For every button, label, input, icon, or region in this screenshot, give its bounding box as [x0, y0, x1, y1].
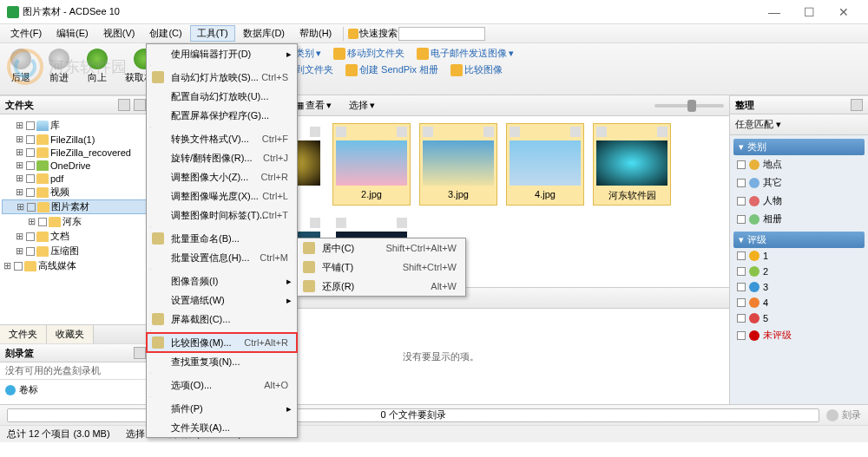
compare-link[interactable]: 比较图像 — [450, 63, 503, 76]
menu-item[interactable]: 使用编辑器打开(D)▸ — [147, 44, 297, 63]
rating-item[interactable]: 1 — [733, 248, 865, 264]
tree-node[interactable]: ⊞压缩图 — [2, 244, 149, 258]
tools-menu: 使用编辑器打开(D)▸自动幻灯片放映(S)...Ctrl+S配置自动幻灯放映(U… — [146, 43, 298, 438]
volume-icon — [5, 385, 16, 395]
rating-item[interactable]: 5 — [733, 310, 865, 326]
match-dropdown[interactable]: 任意匹配 ▾ — [735, 118, 781, 131]
folder-tree[interactable]: ⊞库⊞FileZilla(1)⊞FileZilla_recovered⊞OneD… — [0, 114, 151, 324]
sendpix-link[interactable]: 创建 SendPix 相册 — [345, 63, 438, 76]
tab-folders[interactable]: 文件夹 — [0, 325, 47, 343]
left-panel: 文件夹 ⊞库⊞FileZilla(1)⊞FileZilla_recovered⊞… — [0, 95, 152, 404]
menu-view[interactable]: 视图(V) — [96, 25, 142, 42]
burn-title: 刻录篮 — [5, 347, 34, 360]
tree-node[interactable]: ⊞高线媒体 — [2, 258, 149, 273]
burn-status-bar: 0 个文件要刻录 — [7, 408, 819, 422]
menu-item[interactable]: 还原(R)Alt+W — [298, 277, 465, 296]
rating-unrated[interactable]: 未评级 — [733, 326, 865, 344]
menu-item[interactable]: 插件(P)▸ — [147, 399, 297, 418]
tab-favorites[interactable]: 收藏夹 — [47, 325, 94, 343]
menubar-separator — [343, 27, 344, 41]
menu-item[interactable]: 文件关联(A)... — [147, 418, 297, 437]
menu-item[interactable]: 屏幕截图(C)... — [147, 310, 297, 329]
tree-node[interactable]: ⊞图片素材 — [2, 199, 149, 214]
menu-item[interactable]: 比较图像(M)...Ctrl+Alt+R — [147, 333, 297, 352]
menu-item[interactable]: 查找重复项(N)... — [147, 352, 297, 371]
titlebar: 图片素材 - ACDSee 10 — ☐ ✕ — [0, 0, 868, 24]
category-item[interactable]: 其它 — [733, 173, 865, 192]
thumbnail[interactable]: 2.jpg — [332, 123, 411, 206]
burn-volume-item[interactable]: 卷标 — [5, 383, 146, 396]
burn-icon — [826, 409, 838, 421]
quicksearch-input[interactable] — [398, 27, 485, 41]
tree-node[interactable]: ⊞视频 — [2, 185, 149, 199]
organize-toolbar: 任意匹配 ▾ — [730, 114, 868, 135]
footer: 0 个文件要刻录 刻录 — [0, 404, 868, 425]
menu-edit[interactable]: 编辑(E) — [49, 25, 95, 42]
rating-item[interactable]: 4 — [733, 295, 865, 310]
thumbnail[interactable]: 河东软件园 — [593, 123, 671, 206]
category-item[interactable]: 地点 — [733, 155, 865, 173]
rating-item[interactable]: 2 — [733, 264, 865, 279]
tree-node[interactable]: ⊞OneDrive — [2, 159, 149, 172]
menu-item[interactable]: 旋转/翻转图像(R)...Ctrl+J — [147, 148, 297, 167]
close-button[interactable]: ✕ — [826, 2, 861, 23]
menu-help[interactable]: 帮助(H) — [293, 25, 339, 42]
thumb-size-slider[interactable] — [654, 104, 724, 108]
menu-item[interactable]: 批量重命名(B)... — [147, 229, 297, 248]
forward-button[interactable]: 前进 — [45, 47, 73, 86]
menu-file[interactable]: 文件(F) — [3, 25, 49, 42]
menu-item[interactable]: 图像音频(I)▸ — [147, 271, 297, 291]
menubar: 文件(F) 编辑(E) 视图(V) 创建(C) 工具(T) 数据库(D) 帮助(… — [0, 24, 868, 43]
menu-create[interactable]: 创建(C) — [142, 25, 188, 42]
thumbnail[interactable]: 3.jpg — [419, 123, 497, 206]
quicksearch-icon — [348, 29, 358, 39]
tree-node[interactable]: ⊞FileZilla_recovered — [2, 146, 149, 159]
quicksearch-label: 快速搜索 — [359, 27, 398, 40]
folders-header: 文件夹 — [0, 95, 151, 114]
menu-item[interactable]: 平铺(T)Shift+Ctrl+W — [298, 258, 465, 277]
tree-node[interactable]: ⊞河东 — [2, 214, 149, 229]
category-item[interactable]: 人物 — [733, 192, 865, 210]
categories-header[interactable]: ▾ 类别 — [733, 139, 865, 155]
menu-tools[interactable]: 工具(T) — [190, 25, 235, 42]
thumbnail[interactable]: 4.jpg — [506, 123, 584, 206]
tree-node[interactable]: ⊞pdf — [2, 172, 149, 185]
category-item[interactable]: 相册 — [733, 210, 865, 228]
organize-close-icon[interactable] — [851, 99, 863, 111]
move-to-folder-link[interactable]: 移动到文件夹 — [333, 47, 404, 60]
menu-item[interactable]: 居中(C)Shift+Ctrl+Alt+W — [298, 238, 465, 258]
menu-item[interactable]: 配置自动幻灯放映(U)... — [147, 87, 297, 106]
toolbar: 河东软件园 后退 前进 向上 获取相片 批量重命名 设置类别 ▾ 移动到文件夹 … — [0, 43, 868, 95]
menu-item[interactable]: 调整图像曝光度(X)...Ctrl+L — [147, 186, 297, 206]
menu-item[interactable]: 批量设置信息(H)...Ctrl+M — [147, 248, 297, 267]
menu-item[interactable]: 调整图像大小(Z)...Ctrl+R — [147, 167, 297, 186]
folders-menu-icon[interactable] — [118, 99, 130, 111]
tree-node[interactable]: ⊞库 — [2, 118, 149, 133]
maximize-button[interactable]: ☐ — [792, 2, 826, 23]
app-icon — [7, 6, 19, 18]
organize-body: ▾ 类别 地点其它人物相册 ▾ 评级 12345 未评级 — [730, 135, 868, 404]
email-image-link[interactable]: 电子邮件发送图像 ▾ — [417, 47, 514, 60]
sort-dropdown[interactable]: 选择 ▾ — [344, 98, 380, 113]
menu-item[interactable]: 配置屏幕保护程序(G)... — [147, 106, 297, 125]
ratings-header[interactable]: ▾ 评级 — [733, 232, 865, 248]
menu-item[interactable]: 调整图像时间标签(T)...Ctrl+T — [147, 206, 297, 225]
up-button[interactable]: 向上 — [83, 47, 111, 86]
menu-item[interactable]: 转换文件格式(V)...Ctrl+F — [147, 129, 297, 148]
organize-icon[interactable] — [851, 119, 863, 131]
menu-item[interactable]: 选项(O)...Alt+O — [147, 375, 297, 395]
back-button[interactable]: 后退 — [7, 47, 35, 86]
burn-close-icon[interactable] — [134, 347, 146, 359]
folders-close-icon[interactable] — [134, 99, 146, 111]
menu-item[interactable]: 自动幻灯片放映(S)...Ctrl+S — [147, 68, 297, 87]
tree-node[interactable]: ⊞FileZilla(1) — [2, 133, 149, 146]
tree-node[interactable]: ⊞文档 — [2, 229, 149, 244]
window-title: 图片素材 - ACDSee 10 — [23, 5, 757, 18]
wallpaper-submenu: 居中(C)Shift+Ctrl+Alt+W平铺(T)Shift+Ctrl+W还原… — [297, 238, 466, 297]
left-tabs: 文件夹 收藏夹 — [0, 324, 151, 343]
rating-item[interactable]: 3 — [733, 279, 865, 295]
burn-button[interactable]: 刻录 — [826, 408, 861, 421]
menu-database[interactable]: 数据库(D) — [236, 25, 292, 42]
menu-item[interactable]: 设置墙纸(W)▸ — [147, 291, 297, 310]
minimize-button[interactable]: — — [757, 2, 792, 23]
